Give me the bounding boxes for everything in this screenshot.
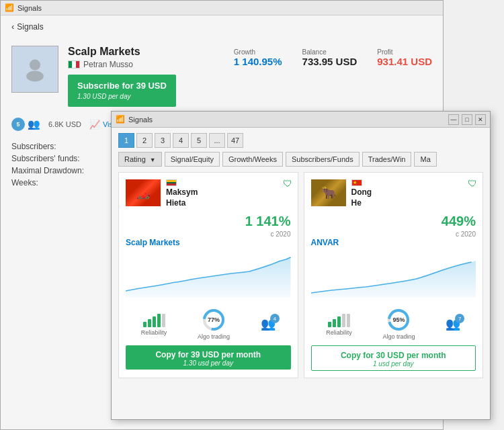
chart-icon: 📈 (89, 120, 100, 130)
bar2-5 (347, 314, 350, 327)
card-2-signal-name[interactable]: ANVAR (311, 238, 476, 247)
stat-profit: Profit 931.41 USD (377, 48, 432, 67)
inner-title: Signals (128, 116, 448, 124)
donut-2-label: 95% (392, 316, 405, 323)
back-button[interactable]: ‹ Signals (6, 19, 437, 34)
signal-card-1: 🏎️ MaksymHieta 🛡 1 141% c 2020 Scalp Mar… (118, 172, 298, 378)
profile-author: Petran Musso (68, 60, 222, 69)
filter-signal-equity[interactable]: Signal/Equity (165, 152, 220, 167)
minimize-button[interactable]: — (448, 114, 459, 125)
bar-5 (162, 314, 165, 327)
cards-grid: 🏎️ MaksymHieta 🛡 1 141% c 2020 Scalp Mar… (112, 172, 490, 378)
reliability-label-1: Reliability (141, 329, 167, 336)
card-2-reliability: Reliability (326, 312, 352, 336)
avatar-silhouette-icon (22, 56, 48, 83)
bar-1 (143, 322, 146, 327)
profit-label: Profit (377, 48, 432, 56)
bar2-1 (328, 322, 331, 327)
card-2-bottom-stats: Reliability 95% Algo trading 👥 (311, 308, 476, 340)
card-1-subscribe-button[interactable]: Copy for 39 USD per month 1.30 usd per d… (126, 345, 291, 370)
card-2-verified-icon: 🛡 (468, 178, 477, 189)
sub-group-1: 👥 4 (261, 316, 276, 331)
card-2-algo-trading: 95% Algo trading (382, 308, 415, 340)
profile-info: Scalp Markets Petran Musso Subscribe for… (68, 46, 222, 107)
card-1-header: 🏎️ MaksymHieta 🛡 (126, 179, 291, 208)
profile-name: Scalp Markets (68, 46, 222, 58)
card-1-signal-name[interactable]: Scalp Markets (126, 238, 291, 247)
subscribers-count: 5 (11, 118, 25, 131)
card-1-algo-trading: 77% Algo trading (198, 308, 230, 340)
algo-text-2: Algo trading (382, 333, 415, 340)
page-ellipsis: ... (209, 133, 225, 148)
bar-2 (148, 319, 151, 327)
reliability-label-2: Reliability (326, 329, 352, 336)
card-2-author-info: DongHe (351, 179, 476, 208)
filter-rating[interactable]: Rating ▼ (118, 152, 162, 167)
filter-growth-weeks[interactable]: Growth/Weeks (222, 152, 283, 167)
donut-2: 95% (386, 308, 411, 332)
profile-section: Scalp Markets Petran Musso Subscribe for… (1, 38, 443, 115)
card-1-growth: 1 141% (126, 214, 291, 229)
flag-cn-icon (351, 179, 362, 186)
page-3-button[interactable]: 3 (155, 133, 171, 148)
inner-signals-window: 📶 Signals — □ ✕ 1 2 3 4 5 ... 47 Rating … (111, 111, 491, 420)
page-last-button[interactable]: 47 (227, 133, 243, 148)
flag-lt-icon (166, 179, 177, 186)
card-2-author-name: DongHe (351, 187, 476, 208)
card-2-subscribe-button[interactable]: Copy for 30 USD per month 1 usd per day (311, 345, 476, 371)
card-1-author-info: MaksymHieta (166, 179, 291, 208)
card-1-thumbnail: 🏎️ (126, 179, 161, 206)
growth-label: Growth (234, 48, 282, 56)
card-2-subscribe-main: Copy for 30 USD per month (312, 351, 476, 360)
card-1-year: c 2020 (126, 230, 291, 238)
sub-count-1: 4 (270, 314, 280, 323)
profit-value: 931.41 USD (377, 56, 432, 67)
sort-arrow-icon: ▼ (150, 157, 156, 163)
filter-subscribers-funds[interactable]: Subscribers/Funds (286, 152, 360, 167)
avatar (11, 46, 58, 93)
outer-title: Signals (17, 4, 42, 12)
stat-growth: Growth 1 140.95% (234, 48, 282, 67)
subscribe-main-label: Subscribe for 39 USD (77, 80, 167, 92)
balance-value: 733.95 USD (302, 56, 358, 67)
inner-signal-icon: 📶 (116, 115, 125, 124)
subscribe-button[interactable]: Subscribe for 39 USD 1.30 USD per day (68, 75, 176, 107)
page-1-button[interactable]: 1 (118, 133, 134, 148)
card-1-bottom-stats: Reliability 77% Algo trading 👥 (126, 308, 291, 340)
stat-balance: Balance 733.95 USD (302, 48, 358, 67)
inner-titlebar: 📶 Signals — □ ✕ (112, 112, 490, 128)
page-4-button[interactable]: 4 (173, 133, 189, 148)
card-1-author-name: MaksymHieta (166, 187, 291, 208)
bar-4 (157, 314, 161, 327)
subscribers-badge: 5 👥 (11, 118, 40, 131)
bar2-3 (337, 316, 341, 327)
author-name: Petran Musso (83, 60, 133, 69)
funds-label: Subscribers' funds: (11, 154, 92, 163)
sub-group-2: 👥 7 (446, 316, 460, 331)
subscribers-group-icon: 👥 (28, 118, 40, 130)
bar2-2 (333, 319, 336, 327)
close-button[interactable]: ✕ (475, 114, 486, 125)
stats-row: Growth 1 140.95% Balance 733.95 USD Prof… (234, 48, 432, 67)
subscribers-label: Subscribers: (11, 142, 92, 151)
filter-trades-win[interactable]: Trades/Win (362, 152, 412, 167)
reliability-bars-visual (143, 312, 165, 327)
growth-value: 1 140.95% (234, 56, 282, 67)
weeks-label: Weeks: (11, 178, 92, 187)
filter-row: Rating ▼ Signal/Equity Growth/Weeks Subs… (112, 152, 490, 172)
card-1-reliability: Reliability (141, 312, 167, 336)
maximize-button[interactable]: □ (462, 114, 472, 125)
card-2-subscribers: 👥 7 (446, 316, 460, 331)
page-2-button[interactable]: 2 (136, 133, 153, 148)
filter-ma[interactable]: Ma (414, 152, 436, 167)
page-5-button[interactable]: 5 (191, 133, 207, 148)
reliability-bars-visual-2 (328, 312, 350, 327)
funds-amount: 6.8K USD (48, 120, 81, 128)
sub-count-2: 7 (455, 314, 464, 323)
card-2-subscribe-sub: 1 usd per day (312, 360, 476, 368)
window-controls: — □ ✕ (448, 114, 486, 125)
back-label: Signals (17, 22, 43, 32)
donut-1: 77% (202, 308, 226, 332)
card-1-subscribe-sub: 1.30 usd per day (126, 359, 291, 367)
algo-text-1: Algo trading (198, 333, 230, 340)
